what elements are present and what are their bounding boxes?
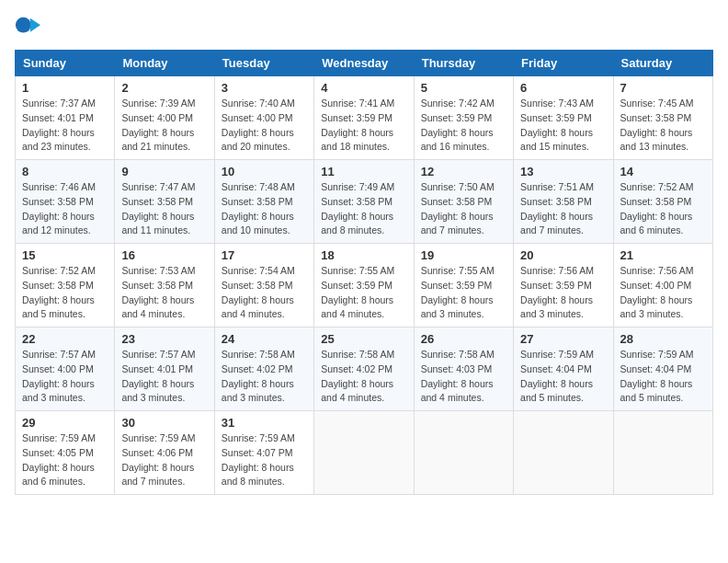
- day-info: Sunrise: 7:48 AM Sunset: 3:58 PM Dayligh…: [222, 180, 307, 238]
- day-info: Sunrise: 7:45 AM Sunset: 3:58 PM Dayligh…: [620, 97, 706, 155]
- weekday-header: Monday: [115, 51, 214, 76]
- calendar-day-cell: 9 Sunrise: 7:47 AM Sunset: 3:58 PM Dayli…: [115, 160, 214, 244]
- day-number: 30: [121, 416, 207, 430]
- day-number: 6: [520, 81, 606, 95]
- day-info: Sunrise: 7:47 AM Sunset: 3:58 PM Dayligh…: [121, 180, 207, 238]
- calendar-header-row: SundayMondayTuesdayWednesdayThursdayFrid…: [16, 51, 713, 76]
- calendar-day-cell: 11 Sunrise: 7:49 AM Sunset: 3:58 PM Dayl…: [314, 160, 414, 244]
- day-number: 28: [620, 332, 706, 346]
- day-info: Sunrise: 7:40 AM Sunset: 4:00 PM Dayligh…: [222, 97, 307, 155]
- page-header: [15, 15, 713, 40]
- day-info: Sunrise: 7:59 AM Sunset: 4:05 PM Dayligh…: [22, 431, 108, 489]
- calendar-day-cell: 21 Sunrise: 7:56 AM Sunset: 4:00 PM Dayl…: [613, 244, 712, 327]
- calendar-day-cell: 25 Sunrise: 7:58 AM Sunset: 4:02 PM Dayl…: [314, 327, 414, 411]
- day-number: 29: [22, 416, 108, 430]
- day-info: Sunrise: 7:51 AM Sunset: 3:58 PM Dayligh…: [520, 180, 606, 238]
- day-info: Sunrise: 7:55 AM Sunset: 3:59 PM Dayligh…: [321, 264, 406, 322]
- day-number: 5: [421, 81, 506, 95]
- calendar-day-cell: 18 Sunrise: 7:55 AM Sunset: 3:59 PM Dayl…: [314, 244, 414, 327]
- day-number: 20: [520, 248, 606, 262]
- calendar-day-cell: 31 Sunrise: 7:59 AM Sunset: 4:07 PM Dayl…: [214, 411, 313, 495]
- day-number: 27: [520, 332, 606, 346]
- svg-point-0: [16, 17, 31, 33]
- day-number: 18: [321, 248, 406, 262]
- calendar-day-cell: 7 Sunrise: 7:45 AM Sunset: 3:58 PM Dayli…: [613, 76, 712, 160]
- calendar-day-cell: [514, 411, 613, 495]
- day-info: Sunrise: 7:46 AM Sunset: 3:58 PM Dayligh…: [22, 180, 108, 238]
- day-info: Sunrise: 7:58 AM Sunset: 4:02 PM Dayligh…: [222, 348, 307, 406]
- calendar-day-cell: 22 Sunrise: 7:57 AM Sunset: 4:00 PM Dayl…: [16, 327, 115, 411]
- day-number: 14: [620, 165, 706, 178]
- day-number: 7: [620, 81, 706, 95]
- calendar-day-cell: 23 Sunrise: 7:57 AM Sunset: 4:01 PM Dayl…: [115, 327, 214, 411]
- day-info: Sunrise: 7:52 AM Sunset: 3:58 PM Dayligh…: [620, 180, 706, 238]
- day-info: Sunrise: 7:56 AM Sunset: 4:00 PM Dayligh…: [620, 264, 706, 322]
- day-info: Sunrise: 7:54 AM Sunset: 3:58 PM Dayligh…: [222, 264, 307, 322]
- day-number: 15: [22, 248, 108, 262]
- day-number: 24: [222, 332, 307, 346]
- day-info: Sunrise: 7:59 AM Sunset: 4:04 PM Dayligh…: [520, 348, 606, 406]
- day-number: 8: [22, 165, 108, 178]
- day-number: 10: [222, 165, 307, 178]
- calendar-day-cell: 10 Sunrise: 7:48 AM Sunset: 3:58 PM Dayl…: [214, 160, 313, 244]
- day-number: 21: [620, 248, 706, 262]
- day-number: 3: [222, 81, 307, 95]
- day-info: Sunrise: 7:55 AM Sunset: 3:59 PM Dayligh…: [421, 264, 506, 322]
- calendar-day-cell: 26 Sunrise: 7:58 AM Sunset: 4:03 PM Dayl…: [414, 327, 513, 411]
- day-number: 16: [121, 248, 207, 262]
- day-info: Sunrise: 7:59 AM Sunset: 4:06 PM Dayligh…: [121, 431, 207, 489]
- calendar-day-cell: 27 Sunrise: 7:59 AM Sunset: 4:04 PM Dayl…: [514, 327, 613, 411]
- svg-marker-1: [30, 18, 40, 32]
- weekday-header: Wednesday: [314, 51, 414, 76]
- day-info: Sunrise: 7:42 AM Sunset: 3:59 PM Dayligh…: [421, 97, 506, 155]
- day-info: Sunrise: 7:41 AM Sunset: 3:59 PM Dayligh…: [321, 97, 406, 155]
- calendar-day-cell: 19 Sunrise: 7:55 AM Sunset: 3:59 PM Dayl…: [414, 244, 513, 327]
- calendar-day-cell: 17 Sunrise: 7:54 AM Sunset: 3:58 PM Dayl…: [214, 244, 313, 327]
- calendar-day-cell: 24 Sunrise: 7:58 AM Sunset: 4:02 PM Dayl…: [214, 327, 313, 411]
- day-number: 13: [520, 165, 606, 178]
- day-info: Sunrise: 7:58 AM Sunset: 4:03 PM Dayligh…: [421, 348, 506, 406]
- logo-icon: [15, 15, 40, 40]
- calendar-day-cell: 13 Sunrise: 7:51 AM Sunset: 3:58 PM Dayl…: [514, 160, 613, 244]
- calendar-day-cell: [314, 411, 414, 495]
- day-number: 11: [321, 165, 406, 178]
- day-info: Sunrise: 7:43 AM Sunset: 3:59 PM Dayligh…: [520, 97, 606, 155]
- day-info: Sunrise: 7:50 AM Sunset: 3:58 PM Dayligh…: [421, 180, 506, 238]
- day-info: Sunrise: 7:52 AM Sunset: 3:58 PM Dayligh…: [22, 264, 108, 322]
- day-number: 9: [121, 165, 207, 178]
- calendar-day-cell: 8 Sunrise: 7:46 AM Sunset: 3:58 PM Dayli…: [16, 160, 115, 244]
- calendar-day-cell: 28 Sunrise: 7:59 AM Sunset: 4:04 PM Dayl…: [613, 327, 712, 411]
- day-number: 2: [121, 81, 207, 95]
- calendar-table: SundayMondayTuesdayWednesdayThursdayFrid…: [15, 50, 713, 495]
- day-number: 26: [421, 332, 506, 346]
- weekday-header: Tuesday: [214, 51, 313, 76]
- calendar-day-cell: 15 Sunrise: 7:52 AM Sunset: 3:58 PM Dayl…: [16, 244, 115, 327]
- calendar-day-cell: 6 Sunrise: 7:43 AM Sunset: 3:59 PM Dayli…: [514, 76, 613, 160]
- day-info: Sunrise: 7:37 AM Sunset: 4:01 PM Dayligh…: [22, 97, 108, 155]
- day-number: 25: [321, 332, 406, 346]
- weekday-header: Thursday: [414, 51, 513, 76]
- day-info: Sunrise: 7:57 AM Sunset: 4:00 PM Dayligh…: [22, 348, 108, 406]
- weekday-header: Sunday: [16, 51, 115, 76]
- day-number: 1: [22, 81, 108, 95]
- logo: [15, 15, 44, 40]
- day-info: Sunrise: 7:57 AM Sunset: 4:01 PM Dayligh…: [121, 348, 207, 406]
- calendar-week-row: 15 Sunrise: 7:52 AM Sunset: 3:58 PM Dayl…: [16, 244, 713, 327]
- calendar-day-cell: 20 Sunrise: 7:56 AM Sunset: 3:59 PM Dayl…: [514, 244, 613, 327]
- day-info: Sunrise: 7:56 AM Sunset: 3:59 PM Dayligh…: [520, 264, 606, 322]
- day-number: 31: [222, 416, 307, 430]
- day-number: 23: [121, 332, 207, 346]
- calendar-day-cell: 14 Sunrise: 7:52 AM Sunset: 3:58 PM Dayl…: [613, 160, 712, 244]
- calendar-week-row: 1 Sunrise: 7:37 AM Sunset: 4:01 PM Dayli…: [16, 76, 713, 160]
- calendar-week-row: 29 Sunrise: 7:59 AM Sunset: 4:05 PM Dayl…: [16, 411, 713, 495]
- calendar-day-cell: 30 Sunrise: 7:59 AM Sunset: 4:06 PM Dayl…: [115, 411, 214, 495]
- day-number: 17: [222, 248, 307, 262]
- weekday-header: Friday: [514, 51, 613, 76]
- day-info: Sunrise: 7:58 AM Sunset: 4:02 PM Dayligh…: [321, 348, 406, 406]
- day-info: Sunrise: 7:53 AM Sunset: 3:58 PM Dayligh…: [121, 264, 207, 322]
- calendar-day-cell: [414, 411, 513, 495]
- calendar-day-cell: 29 Sunrise: 7:59 AM Sunset: 4:05 PM Dayl…: [16, 411, 115, 495]
- day-number: 12: [421, 165, 506, 178]
- calendar-week-row: 22 Sunrise: 7:57 AM Sunset: 4:00 PM Dayl…: [16, 327, 713, 411]
- day-info: Sunrise: 7:39 AM Sunset: 4:00 PM Dayligh…: [121, 97, 207, 155]
